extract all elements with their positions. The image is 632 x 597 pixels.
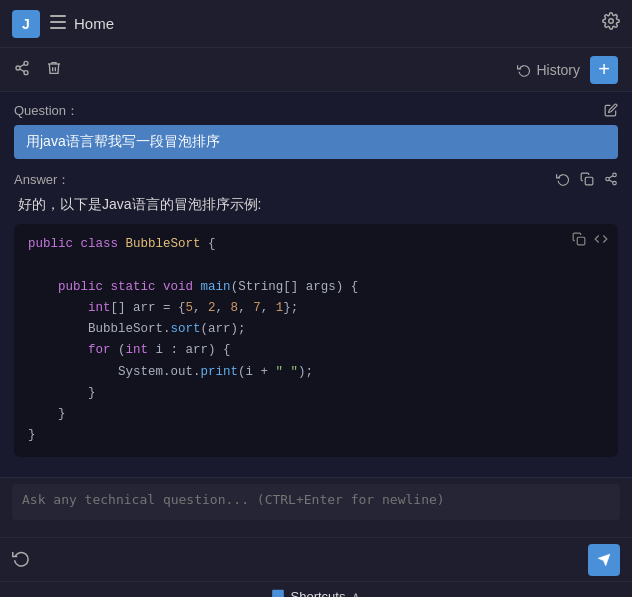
svg-point-11: [606, 177, 610, 181]
svg-point-3: [609, 19, 614, 24]
shortcuts-header: Shortcuts ∧: [14, 588, 618, 597]
shortcuts-bar: Shortcuts ∧ Explain Steps Explain Code G…: [0, 581, 632, 597]
share-answer-icon[interactable]: [604, 172, 618, 189]
toolbar: History +: [0, 48, 632, 92]
svg-line-8: [20, 64, 25, 67]
svg-rect-2: [50, 27, 66, 29]
toolbar-right: History +: [517, 56, 618, 84]
avatar: J: [12, 10, 40, 38]
svg-line-13: [609, 179, 613, 181]
bottom-bar: [0, 537, 632, 581]
gear-icon[interactable]: [602, 12, 620, 35]
page-title: Home: [74, 15, 602, 32]
question-input[interactable]: [12, 484, 620, 520]
svg-rect-15: [577, 237, 585, 245]
svg-rect-1: [50, 21, 66, 23]
svg-rect-0: [50, 15, 66, 17]
main-content: Question： 用java语言帮我写一段冒泡排序 Answer： 好的，以下…: [0, 92, 632, 477]
send-button[interactable]: [588, 544, 620, 576]
answer-intro: 好的，以下是Java语言的冒泡排序示例:: [14, 194, 618, 216]
svg-point-10: [613, 173, 617, 177]
add-button[interactable]: +: [590, 56, 618, 84]
code-view-icon[interactable]: [594, 232, 608, 249]
svg-rect-16: [272, 590, 284, 597]
svg-point-12: [613, 181, 617, 185]
history-button[interactable]: History: [517, 62, 580, 78]
undo-button[interactable]: [12, 549, 30, 571]
hamburger-icon[interactable]: [50, 15, 66, 33]
question-label: Question：: [14, 102, 618, 120]
code-content: public class BubbleSort { public static …: [28, 234, 604, 447]
copy-code-icon[interactable]: [572, 232, 586, 249]
answer-header: Answer：: [14, 171, 618, 189]
toolbar-left: [14, 60, 62, 80]
code-toolbar: [572, 232, 608, 249]
svg-rect-9: [585, 177, 593, 185]
shortcuts-icon: [271, 588, 285, 597]
copy-answer-icon[interactable]: [580, 172, 594, 189]
svg-point-4: [24, 61, 28, 65]
trash-icon[interactable]: [46, 60, 62, 80]
shortcuts-chevron[interactable]: ∧: [351, 589, 361, 597]
question-value: 用java语言帮我写一段冒泡排序: [14, 125, 618, 159]
edit-icon[interactable]: [604, 103, 618, 120]
refresh-icon[interactable]: [556, 172, 570, 189]
svg-point-6: [24, 70, 28, 74]
svg-point-5: [16, 66, 20, 70]
shortcuts-label: Shortcuts: [291, 589, 346, 597]
header: J Home: [0, 0, 632, 48]
svg-line-7: [20, 69, 25, 72]
code-block: public class BubbleSort { public static …: [14, 224, 618, 457]
share-icon[interactable]: [14, 60, 30, 80]
answer-icons: [556, 172, 618, 189]
input-area: [0, 477, 632, 537]
svg-line-14: [609, 175, 613, 177]
